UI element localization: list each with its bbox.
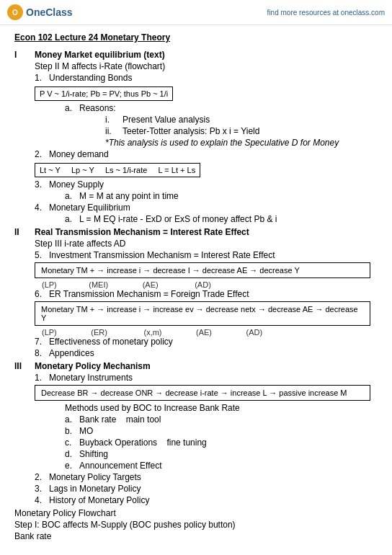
footer-line-3: Bank rate: [14, 531, 370, 541]
item-2: 2. Money demand Lt ~ Y Lp ~ Y Ls ~ 1/i-r…: [35, 149, 370, 179]
formula-monetary-tm2: Monetary TM + → increase i → increase ev…: [35, 301, 370, 326]
formula-pv: P V ~ 1/i-rate; Pb = PV; thus Pb ~ 1/i: [35, 86, 173, 101]
roman-III: III: [14, 361, 24, 371]
section-II: II Real Transmission Mechanism = Interes…: [14, 227, 370, 358]
top-link[interactable]: find more resources at oneclass.com: [267, 9, 385, 17]
section-III-heading: Monetary Policy Mechanism: [35, 361, 151, 371]
page-title: Econ 102 Lecture 24 Monetary Theory: [14, 32, 370, 43]
boc-methods-header: Methods used by BOC to Increase Bank Rat…: [65, 403, 370, 413]
logo-icon: O: [7, 4, 23, 20]
item-11: 3. Lags in Monetary Policy: [35, 484, 370, 494]
formula-monetary-tm1: Monetary TM + → increase i → decrease I …: [35, 262, 370, 278]
logo-initial: O: [12, 9, 18, 17]
section-III-header: III Monetary Policy Mechanism: [14, 361, 370, 371]
roman-I: I: [14, 50, 24, 60]
item-1: 1. Understanding Bonds P V ~ 1/i-rate; P…: [35, 73, 370, 148]
formula-decrease-br: Decrease BR → decrease ONR → decrease i-…: [35, 385, 370, 401]
step-II: Step II M affects i-Rate (flowchart): [35, 61, 370, 71]
roman-II: II: [14, 227, 24, 237]
section-I-header: I Money Market equilibrium (text): [14, 50, 370, 60]
item-3: 3. Money Supply a. M = M at any point in…: [35, 179, 370, 201]
logo-area: O OneClass: [7, 4, 73, 20]
sub-row-1: (LP) (MEI) (AE) (AD): [42, 280, 370, 289]
footer-line-2: Step I: BOC affects M-Supply (BOC pushes…: [14, 520, 370, 530]
item-10: 2. Monetary Policy Targets: [35, 472, 370, 482]
item-8: 8. Appendices: [35, 348, 370, 358]
item-7: 7. Effectiveness of monetary policy: [35, 337, 370, 347]
step-III: Step III i-rate affects AD: [35, 239, 370, 249]
section-II-heading: Real Transmission Mechanism = Interest R…: [35, 227, 249, 237]
item-6: 6. ER Transmission Mechanism = Foreign T…: [35, 289, 370, 337]
section-II-header: II Real Transmission Mechanism = Interes…: [14, 227, 370, 237]
section-I-heading: Money Market equilibrium (text): [35, 50, 165, 60]
reason-a: a. Reasons: i. Present Value analysis ii…: [65, 103, 370, 148]
item-5: 5. Investment Transmission Mechanism = I…: [35, 250, 370, 289]
top-bar: O OneClass find more resources at onecla…: [0, 0, 392, 25]
sub-row-2: (LP) (ER) (x,m) (AE) (AD): [42, 328, 370, 337]
item-4: 4. Monetary Equilibrium a. L = M EQ i-ra…: [35, 203, 370, 224]
item-12: 4. History of Monetary Policy: [35, 495, 370, 505]
formula-lt: Lt ~ Y Lp ~ Y Ls ~ 1/i-rate L = Lt + Ls: [35, 163, 200, 177]
section-I: I Money Market equilibrium (text) Step I…: [14, 50, 370, 224]
section-III: III Monetary Policy Mechanism 1. Monetar…: [14, 361, 370, 505]
logo-text: OneClass: [26, 6, 73, 18]
main-content: Econ 102 Lecture 24 Monetary Theory I Mo…: [0, 25, 392, 550]
item-9: 1. Monetary Instruments Decrease BR → de…: [35, 373, 370, 471]
footer-line-1: Monetary Policy Flowchart: [14, 508, 370, 518]
speculative-note: *This analysis is used to explain the Sp…: [105, 138, 370, 148]
